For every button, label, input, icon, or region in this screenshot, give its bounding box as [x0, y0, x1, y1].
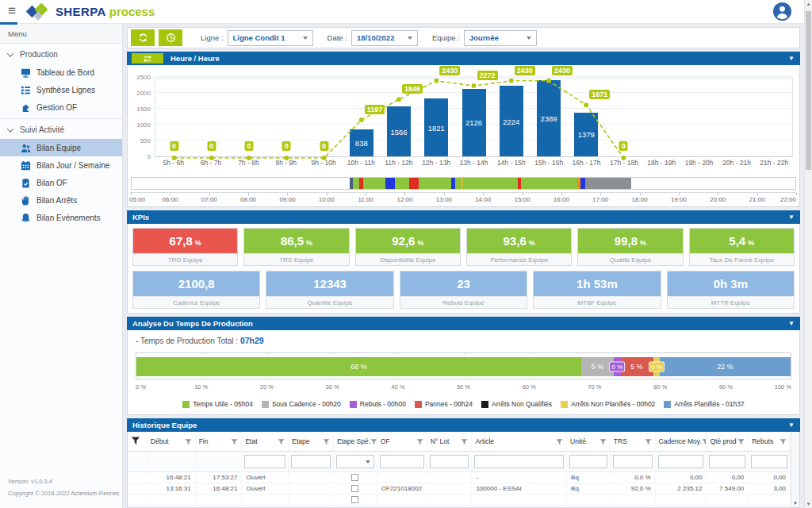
table-row[interactable]: 13:16:3116:48:21OuvertOF221018002100000 …: [128, 483, 791, 495]
kpi-tile-cadence-equipe: 2100,8Cadence Equipe: [132, 271, 260, 309]
filter-funnel-icon[interactable]: [131, 436, 140, 445]
equipe-select[interactable]: Journée: [464, 30, 537, 46]
timeline-segment: [455, 178, 462, 189]
segment-badge-label: 0 %: [609, 362, 625, 372]
filter-cell: [472, 452, 567, 472]
page-scrollbar[interactable]: ▲ ▼: [804, 0, 812, 508]
date-select[interactable]: 18/10/2022: [351, 30, 418, 46]
column-filter-input[interactable]: [430, 455, 469, 468]
filter-funnel-icon[interactable]: [323, 438, 330, 445]
row-cell-article: -: [472, 472, 567, 483]
sidebar-item-synth-se-lignes[interactable]: Synthèse Lignes: [0, 81, 122, 98]
column-filter-input[interactable]: [751, 455, 787, 468]
legend-item: Pannes - 00h24: [415, 400, 473, 408]
column-filter-input[interactable]: [658, 455, 704, 468]
filter-funnel-icon[interactable]: [599, 438, 607, 445]
sidebar-item-bilan-equipe[interactable]: Bilan Equipe: [0, 139, 122, 156]
ligne-select[interactable]: Ligne Condit 1: [228, 30, 313, 46]
header-cell-n-lot: N° Lot: [427, 432, 472, 452]
sidebar-menu-title: Menu: [0, 24, 122, 44]
line-value-badge: 0: [170, 141, 178, 151]
equipe-select-value: Journée: [469, 33, 499, 42]
sidebar-item-gestion-of[interactable]: Gestion OF: [0, 98, 122, 116]
sidebar-item-tableau-de-bord[interactable]: Tableau de Bord: [0, 64, 122, 81]
column-label: Unité: [570, 437, 586, 445]
table-row[interactable]: [128, 495, 791, 506]
x-tick-label: 14h - 15h: [497, 159, 526, 167]
header-cell-filter: [128, 432, 147, 452]
filter-funnel-icon[interactable]: [416, 438, 423, 445]
column-filter-input[interactable]: [380, 455, 424, 468]
filter-funnel-icon[interactable]: [645, 438, 652, 445]
legend-item: Arrêts Planifiés - 01h37: [664, 400, 744, 408]
row-cell-lot: [427, 495, 472, 506]
clock-button[interactable]: [159, 29, 182, 46]
column-filter-input[interactable]: [709, 455, 745, 468]
refresh-button[interactable]: [131, 29, 155, 46]
filter-funnel-icon[interactable]: [461, 438, 468, 445]
sidebar-group-1[interactable]: Suivi Activité: [0, 119, 122, 139]
y-tick-label: 2000: [136, 90, 151, 97]
column-filter-input[interactable]: [474, 455, 564, 468]
sidebar-item-bilan-ev-nements[interactable]: Bilan Evénements: [0, 209, 122, 226]
analysis-panel: Analyse Du Temps De Production ▼ - Temps…: [127, 317, 800, 415]
timeline-tick: [679, 193, 680, 195]
filter-funnel-icon[interactable]: [370, 438, 377, 445]
row-cell-article: [472, 495, 567, 506]
collapse-arrow-icon[interactable]: ▼: [788, 421, 795, 429]
checkbox[interactable]: [351, 485, 358, 492]
filter-funnel-icon[interactable]: [556, 438, 563, 445]
filter-funnel-icon[interactable]: [185, 438, 192, 445]
hamburger-menu-icon[interactable]: ≡: [8, 3, 16, 19]
checkbox[interactable]: [351, 496, 358, 503]
scroll-down-icon[interactable]: ▼: [791, 501, 799, 506]
sidebar-item-bilan-of[interactable]: Bilan OF: [0, 174, 122, 191]
stacked-bar-axis: 0 %10 %20 %30 %40 %50 %60 %70 %80 %90 %1…: [136, 382, 791, 392]
user-avatar-icon[interactable]: [773, 2, 791, 21]
scrollbar-thumb[interactable]: [806, 11, 811, 170]
column-filter-input[interactable]: [291, 455, 331, 468]
collapse-arrow-icon[interactable]: ▼: [788, 214, 795, 221]
column-filter-input[interactable]: [244, 455, 285, 468]
table-scrollbar[interactable]: ▼: [791, 432, 799, 507]
monitor-icon: [21, 67, 31, 78]
row-cell-etape: [289, 472, 334, 483]
segment-label: 68 %: [350, 363, 367, 371]
kpi-tile-performance-equipe: 93,6%Performance Equipe: [466, 228, 572, 266]
stacked-bar: 68 %5 %0 %5 %0 %22 %: [136, 357, 791, 376]
row-cell-etape_spe: [334, 472, 377, 483]
filter-funnel-icon[interactable]: [278, 438, 285, 445]
collapse-arrow-icon[interactable]: ▼: [788, 320, 795, 327]
row-cell-fin: [195, 495, 242, 506]
swap-view-button[interactable]: [132, 53, 163, 64]
column-filter-input[interactable]: [613, 455, 653, 468]
table-row[interactable]: 16:48:2117:53:27Ouvert-Bq0,0 %0,000,000,…: [128, 472, 791, 483]
scroll-up-icon[interactable]: ▲: [805, 2, 812, 6]
axis-tick-label: 0 %: [136, 383, 146, 391]
row-cell-icon: [128, 483, 147, 495]
sidebar-nav: ProductionTableau de BordSynthèse Lignes…: [0, 44, 122, 226]
filter-funnel-icon[interactable]: [702, 438, 707, 445]
sidebar-group-0[interactable]: Production: [0, 44, 122, 64]
filter-funnel-icon[interactable]: [231, 438, 238, 445]
timeline-tick: [404, 193, 405, 195]
sidebar-item-bilan-arr-ts[interactable]: Bilan Arrêts: [0, 191, 122, 209]
column-label: Etat: [245, 437, 257, 445]
filter-funnel-icon[interactable]: [737, 438, 745, 445]
filter-funnel-icon[interactable]: [779, 438, 787, 445]
scroll-down-icon[interactable]: ▼: [805, 502, 812, 506]
column-filter-select[interactable]: [336, 455, 374, 468]
sidebar-item-bilan-jour-semaine[interactable]: Bilan Jour / Semaine: [0, 156, 122, 174]
date-label: Date :: [327, 33, 347, 42]
logo-diamonds-icon: [25, 2, 51, 21]
timeline-tick: [287, 193, 288, 195]
column-filter-input[interactable]: [569, 455, 607, 468]
collapse-arrow-icon[interactable]: ▼: [788, 55, 795, 62]
kpi-tile-mttr-equipe: 0h 3mMTTR Equipe: [667, 271, 795, 309]
column-label: TRS: [614, 437, 627, 445]
axis-tick-label: 60 %: [523, 383, 536, 391]
filter-cell: [147, 452, 195, 472]
kpi-value-number: 5,4: [729, 234, 745, 248]
checkbox[interactable]: [351, 474, 358, 481]
axis-tick-label: 40 %: [391, 383, 404, 391]
